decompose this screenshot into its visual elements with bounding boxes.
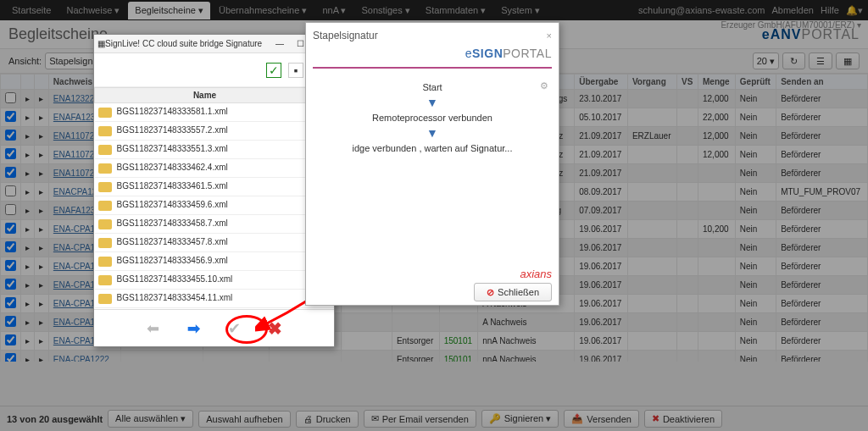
signlive-dialog: ▦ SignLive! CC cloud suite bridge Signat… bbox=[93, 34, 335, 347]
file-row[interactable]: BGS118237148333581.1.xml bbox=[95, 103, 334, 122]
folder-icon bbox=[98, 145, 112, 155]
minimize-icon[interactable]: — bbox=[270, 39, 290, 48]
chevron-down-icon: ▼ bbox=[313, 126, 552, 140]
signlive-app-icon: ▦ bbox=[97, 39, 105, 48]
signlive-title: SignLive! CC cloud suite bridge Signatur… bbox=[105, 39, 270, 48]
folder-icon bbox=[98, 219, 112, 229]
file-row[interactable]: BGS118237148333461.5.xml bbox=[95, 178, 334, 196]
name-column[interactable]: Name bbox=[95, 88, 315, 103]
next-button[interactable]: ➡ bbox=[182, 318, 206, 339]
folder-icon bbox=[98, 126, 112, 136]
folder-icon bbox=[98, 238, 112, 248]
file-row[interactable]: BGS118237148333456.9.xml bbox=[95, 252, 334, 271]
folder-icon bbox=[98, 201, 112, 211]
folder-icon bbox=[98, 163, 112, 174]
step-remote: Remoteprocessor verbunden bbox=[313, 113, 552, 123]
file-row[interactable]: BGS118237148333454.11.xml bbox=[95, 290, 334, 308]
file-row[interactable]: BGS118237148333455.10.xml bbox=[95, 271, 334, 290]
file-row[interactable]: BGS118237148333551.3.xml bbox=[95, 141, 334, 159]
file-row[interactable]: BGS118237148333462.4.xml bbox=[95, 159, 334, 178]
step-bridge: idge verbunden , warten auf Signatur... bbox=[313, 143, 552, 153]
dialog-close-icon[interactable]: × bbox=[547, 30, 552, 41]
esign-logo: eSIGNPORTAL bbox=[313, 47, 552, 60]
file-row[interactable]: BGS118237148333557.2.xml bbox=[95, 122, 334, 141]
step-start: Start bbox=[313, 82, 552, 92]
folder-icon bbox=[98, 108, 112, 118]
prev-button[interactable]: ⬅ bbox=[142, 318, 165, 339]
file-row[interactable]: BGS118237148333458.7.xml bbox=[95, 215, 334, 234]
status-ok-icon: ✓ bbox=[266, 63, 281, 78]
folder-icon bbox=[98, 257, 112, 267]
dialog-title: Stapelsignatur bbox=[313, 30, 378, 41]
axians-logo: axians bbox=[313, 268, 552, 280]
file-row[interactable]: BGS118237148333459.6.xml bbox=[95, 196, 334, 215]
close-button[interactable]: ⊘Schließen bbox=[474, 283, 552, 301]
cancel-button[interactable]: ✖ bbox=[264, 318, 287, 339]
file-row[interactable]: BGS118237148333457.8.xml bbox=[95, 234, 334, 252]
stapelsignatur-dialog: Stapelsignatur × eSIGNPORTAL ⚙ Start ▼ R… bbox=[305, 22, 559, 306]
confirm-button[interactable]: ✔ bbox=[223, 318, 247, 339]
status-pause-icon: ▪ bbox=[288, 63, 303, 78]
gear-icon[interactable]: ⚙ bbox=[540, 80, 548, 91]
folder-icon bbox=[98, 294, 112, 304]
folder-icon bbox=[98, 275, 112, 285]
chevron-down-icon: ▼ bbox=[313, 96, 552, 109]
folder-icon bbox=[98, 182, 112, 192]
